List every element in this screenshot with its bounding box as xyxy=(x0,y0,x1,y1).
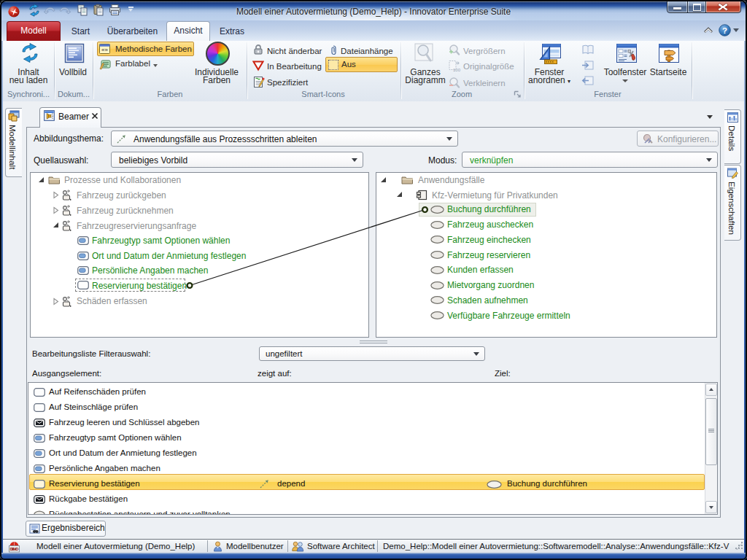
svg-text:100: 100 xyxy=(453,68,461,72)
svg-text:«»: «» xyxy=(101,47,108,53)
svg-text:DEMO: DEMO xyxy=(10,546,19,551)
svg-text:?: ? xyxy=(722,26,727,35)
